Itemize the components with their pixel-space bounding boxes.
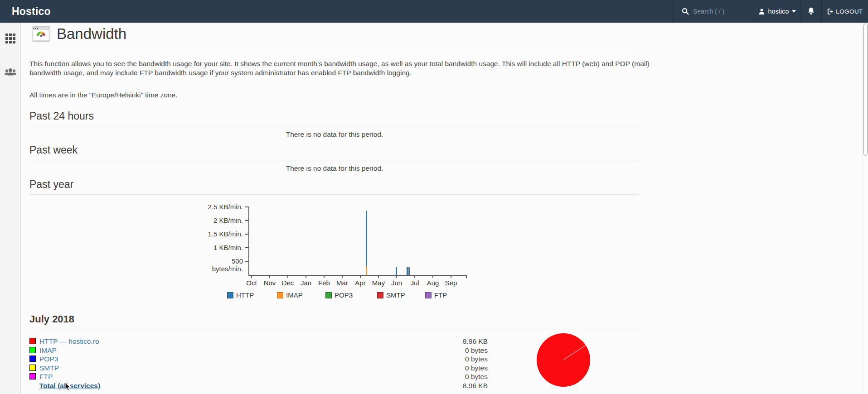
no-data-message-24h: There is no data for this period. [29,130,640,139]
pie-slice-divider [563,345,586,360]
chart-x-tick [451,276,451,278]
chart-x-axis [248,275,467,276]
chart-y-tick-label: 2.5 KB/min. [199,203,243,211]
chart-x-tick [414,276,415,278]
service-value: 0 bytes [465,355,488,363]
user-menu[interactable]: hostico [754,0,800,23]
service-value: 8.96 KB [463,337,488,346]
chart-y-tick-label: 500 bytes/min. [199,257,243,273]
page-description: This function allows you to see the band… [29,59,671,77]
legend-label: FTP [434,291,447,299]
page-title: Bandwidth [57,25,126,43]
past-year-chart: 2.5 KB/min.2 KB/min.1.5 KB/min.1 KB/min.… [199,203,480,289]
sidebar-item-apps[interactable] [0,28,21,46]
scrollbar-thumb[interactable] [863,24,868,156]
chart-y-tick-label: 1 KB/min. [199,244,243,251]
http-legend-swatch [227,292,233,298]
chart-x-tick [269,276,270,278]
notifications-button[interactable] [800,0,821,23]
service-value: 0 bytes [465,346,488,355]
smtp-legend-swatch [377,292,383,298]
pop3-legend-swatch [325,292,332,298]
legend-label: HTTP [236,291,254,299]
legend-label: SMTP [386,291,405,299]
service-link[interactable]: HTTP — hostico.ro [39,337,99,346]
chart-x-tick [396,276,397,278]
service-link[interactable]: IMAP [39,346,57,355]
service-link[interactable]: SMTP [39,364,59,372]
legend-label: IMAP [286,291,303,299]
bell-icon [807,7,815,15]
chart-x-tick-label: Jun [388,279,406,287]
chart-x-tick-label: Aug [424,279,442,287]
legend-label: POP3 [335,291,353,299]
ftp-legend-swatch [425,292,432,298]
sidebar-item-users[interactable] [0,62,21,81]
chart-x-tick [360,276,361,278]
search-input[interactable] [693,8,747,15]
chart-bar-http [366,211,367,266]
service-color-swatch [29,347,36,353]
chart-legend: HTTPIMAPPOP3SMTPFTP [199,291,490,301]
service-value: 0 bytes [465,373,488,381]
service-value: 8.96 KB [463,382,488,390]
chart-x-tick-label: Apr [351,279,369,287]
bandwidth-gauge-icon [32,26,50,42]
legend-item-http: HTTP [227,291,254,299]
service-link[interactable]: POP3 [39,355,58,363]
chart-y-axis [248,207,249,276]
page-header: Bandwidth [32,25,126,43]
bandwidth-page: Hostico hostico LOGOUT [0,0,868,394]
chart-bar-imap [366,266,367,275]
chart-y-tick-label: 2 KB/min. [199,216,243,224]
chart-x-tick [378,276,379,278]
chart-x-tick-label: Nov [261,279,279,287]
imap-legend-swatch [277,292,283,298]
chart-y-tick-label: 1.5 KB/min. [199,230,243,238]
legend-item-pop3: POP3 [325,291,353,299]
section-month-detail: July 2018 [29,313,640,329]
mouse-cursor [65,382,72,394]
chart-bar-http [396,267,397,275]
chart-x-tick [432,276,433,278]
legend-item-ftp: FTP [425,291,447,299]
chart-x-tick-label: Mar [333,279,351,287]
vertical-scrollbar[interactable] [863,23,868,394]
user-icon [758,8,765,15]
search-icon [682,8,689,15]
chart-x-tick-label: Jul [406,279,424,287]
user-label: hostico [768,8,789,15]
chart-x-tick-label: Sep [442,279,460,287]
chart-x-tick-label: Jan [297,279,315,287]
logout-label: LOGOUT [836,8,863,15]
title-divider [29,51,640,51]
users-group-icon [4,68,17,81]
section-past-week: Past week [29,144,640,160]
service-color-swatch [29,365,36,371]
chart-axis-end-tick [466,275,467,278]
brand-logo: Hostico [12,0,51,23]
service-link[interactable]: FTP [39,373,53,381]
chart-y-tick [245,220,248,221]
bandwidth-pie-chart [537,333,590,387]
chart-y-tick [245,261,248,262]
chart-x-tick [251,276,252,278]
logout-button[interactable]: LOGOUT [821,0,868,23]
legend-item-imap: IMAP [277,291,303,299]
chart-bar-http [407,267,408,275]
chart-x-tick-label: Oct [242,279,261,287]
apps-grid-icon [5,34,15,46]
chart-x-tick-label: Dec [279,279,297,287]
service-value: 0 bytes [465,364,488,372]
chart-bar-http [408,267,410,275]
table-row: HTTP — hostico.ro8.96 KB [29,337,488,346]
service-color-swatch [29,338,36,344]
top-navbar: Hostico hostico LOGOUT [0,0,868,23]
table-row: Total (all services)8.96 KB [29,382,488,391]
table-row: POP30 bytes [29,355,488,364]
chart-y-tick [245,234,248,235]
legend-item-smtp: SMTP [377,291,405,299]
left-sidebar [0,23,21,394]
chart-x-tick [342,276,343,278]
search-area [673,0,754,23]
